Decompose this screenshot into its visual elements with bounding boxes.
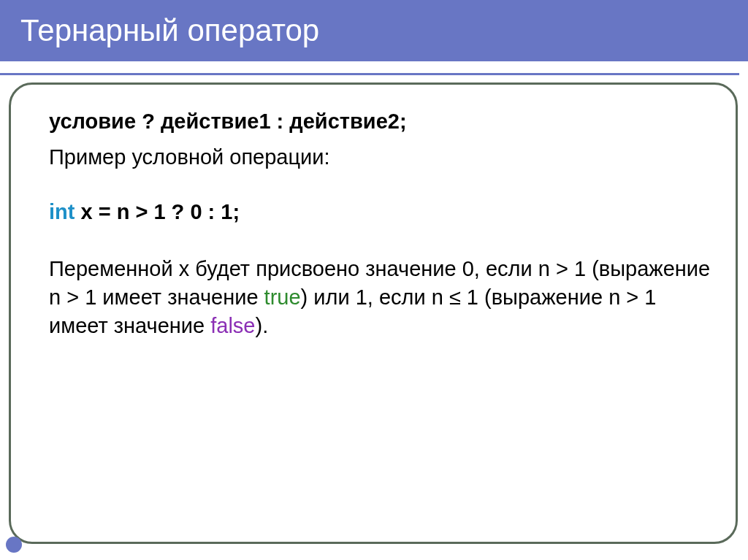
- code-keyword: int: [49, 200, 75, 223]
- false-keyword: false: [210, 314, 255, 337]
- true-keyword: true: [264, 285, 301, 309]
- explanation-text: Переменной x будет присвоено значение 0,…: [49, 255, 712, 340]
- code-example: int x = n > 1 ? 0 : 1;: [49, 200, 712, 224]
- example-label: Пример условной операции:: [49, 145, 712, 169]
- slide: Тернарный оператор условие ? действие1 :…: [0, 0, 748, 560]
- slide-title-bar: Тернарный оператор: [0, 0, 748, 61]
- slide-title: Тернарный оператор: [20, 13, 319, 47]
- content-frame: условие ? действие1 : действие2; Пример …: [9, 83, 738, 544]
- syntax-line: условие ? действие1 : действие2;: [49, 110, 712, 134]
- code-rest: x = n > 1 ? 0 : 1;: [75, 200, 240, 223]
- explanation-part3: ).: [255, 314, 268, 337]
- accent-dot-icon: [6, 537, 22, 553]
- title-underline: [0, 73, 739, 75]
